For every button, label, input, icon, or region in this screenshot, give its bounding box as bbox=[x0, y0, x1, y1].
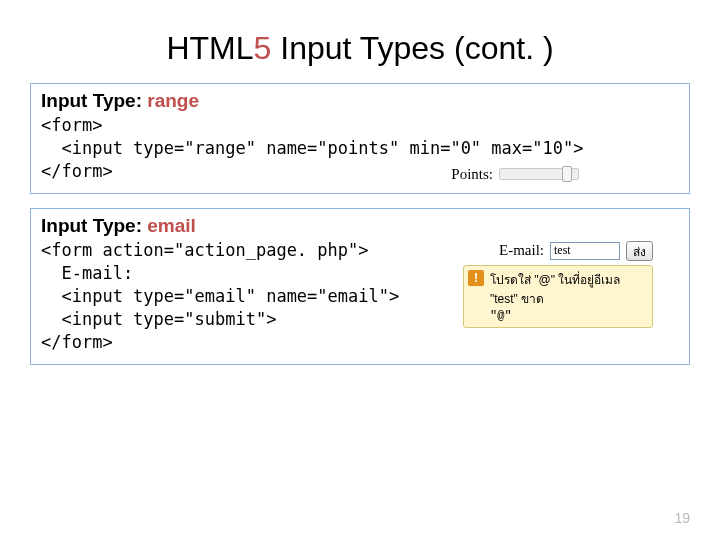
title-text-a: HTML bbox=[166, 30, 253, 66]
validation-tooltip: ! โปรดใส่ "@" ในที่อยู่อีเมล "test" ขาด … bbox=[463, 265, 653, 328]
section-email-title: Input Type: email bbox=[41, 215, 679, 237]
code-range: <form> <input type="range" name="points"… bbox=[41, 114, 679, 183]
email-field[interactable] bbox=[550, 242, 620, 260]
tooltip-line2: "@" bbox=[490, 309, 512, 323]
slide: HTML5 Input Types (cont. ) Input Type: r… bbox=[0, 0, 720, 540]
warning-icon: ! bbox=[468, 270, 484, 286]
section-range-keyword: range bbox=[147, 90, 199, 111]
submit-button[interactable]: ส่ง bbox=[626, 241, 653, 261]
slider-thumb-icon[interactable] bbox=[562, 166, 572, 182]
section-email-keyword: email bbox=[147, 215, 196, 236]
title-five: 5 bbox=[254, 30, 272, 66]
render-range-label: Points: bbox=[451, 166, 493, 183]
section-range: Input Type: range <form> <input type="ra… bbox=[30, 83, 690, 194]
page-number: 19 bbox=[674, 510, 690, 526]
section-range-title: Input Type: range bbox=[41, 90, 679, 112]
range-slider[interactable] bbox=[499, 168, 579, 180]
section-range-label: Input Type: bbox=[41, 90, 147, 111]
page-title: HTML5 Input Types (cont. ) bbox=[30, 30, 690, 67]
render-range: Points: bbox=[451, 166, 579, 183]
title-text-b: Input Types (cont. ) bbox=[271, 30, 553, 66]
section-email: Input Type: email <form action="action_p… bbox=[30, 208, 690, 365]
render-email-label: E-mail: bbox=[499, 242, 544, 259]
tooltip-text: โปรดใส่ "@" ในที่อยู่อีเมล "test" ขาด "@… bbox=[490, 270, 646, 323]
section-email-label: Input Type: bbox=[41, 215, 147, 236]
render-email-row: E-mail: ส่ง bbox=[499, 241, 653, 261]
tooltip-line1: โปรดใส่ "@" ในที่อยู่อีเมล "test" ขาด bbox=[490, 273, 620, 306]
render-email: E-mail: ส่ง ! โปรดใส่ "@" ในที่อยู่อีเมล… bbox=[463, 241, 653, 328]
